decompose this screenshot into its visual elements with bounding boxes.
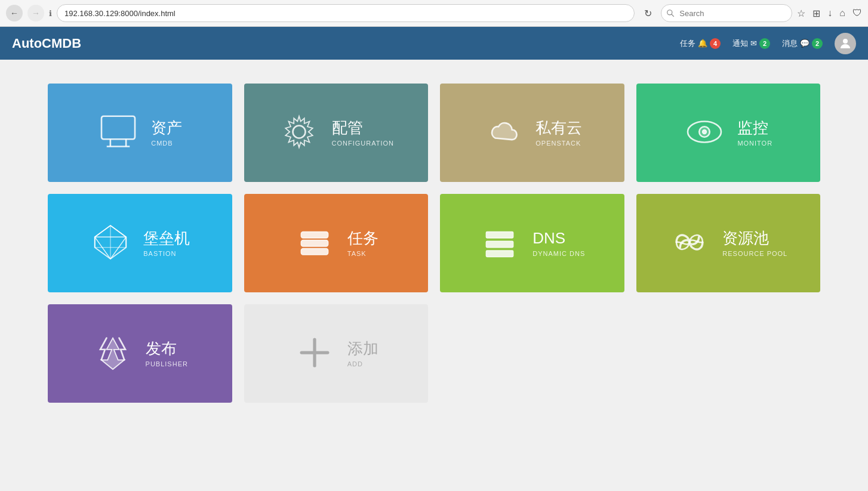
tile-text-monitor: 监控MONITOR (737, 119, 772, 147)
tile-title-config: 配管 (332, 119, 363, 137)
eye-icon (684, 111, 725, 155)
monitor-icon (97, 111, 139, 155)
svg-point-8 (703, 129, 707, 134)
info-icon: ℹ (49, 9, 52, 18)
mail-icon: ✉ (750, 39, 757, 48)
tile-text-config: 配管CONFIGURATION (332, 119, 394, 147)
tile-task[interactable]: 任务TASK (244, 194, 429, 292)
gear-icon (278, 111, 320, 155)
svg-line-13 (95, 237, 110, 259)
infinity-icon (669, 221, 710, 265)
tile-subtitle-monitor: MONITOR (737, 140, 772, 147)
tile-title-asset: 资产 (151, 119, 182, 137)
svg-rect-22 (486, 231, 513, 238)
tile-text-asset: 资产CMDB (151, 119, 182, 147)
tasks-badge: 4 (710, 38, 721, 49)
shield-icon[interactable]: 🛡 (852, 8, 862, 18)
app-logo: AutoCMDB (12, 36, 680, 51)
messages-badge: 2 (812, 38, 823, 49)
tile-subtitle-publisher: PUBLISHER (146, 360, 188, 368)
tile-title-add: 添加 (347, 339, 378, 358)
svg-rect-19 (301, 231, 328, 238)
messages-nav-item[interactable]: 消息 💬 2 (782, 38, 823, 49)
tile-subtitle-task: TASK (347, 250, 367, 257)
tile-private-cloud[interactable]: 私有云OPENSTACK (440, 84, 624, 182)
forward-button[interactable]: → (27, 5, 44, 21)
cloud-icon (482, 111, 524, 155)
bell-icon: 🔔 (698, 39, 707, 48)
reload-button[interactable]: ↻ (639, 5, 656, 21)
tile-subtitle-bastion: BASTION (143, 250, 176, 257)
back-button[interactable]: ← (6, 5, 23, 21)
main-content: 资产CMDB 配管CONFIGURATION 私有云OPENSTACK 监控MO… (0, 60, 868, 491)
app-header: AutoCMDB 任务 🔔 4 通知 ✉ 2 消息 💬 2 (0, 27, 868, 60)
svg-line-14 (110, 237, 126, 259)
address-bar[interactable] (57, 4, 635, 22)
svg-point-0 (843, 39, 848, 44)
tile-publisher[interactable]: 发布PUBLISHER (48, 304, 232, 403)
user-icon (838, 36, 852, 51)
notifications-label: 通知 (732, 38, 748, 49)
tile-subtitle-dns: DYNAMIC DNS (533, 250, 585, 257)
tasks-label: 任务 (680, 38, 695, 49)
tile-subtitle-asset: CMDB (151, 140, 173, 147)
plus-icon (294, 332, 335, 376)
tile-text-bastion: 堡垒机BASTION (143, 229, 190, 257)
svg-rect-23 (486, 241, 513, 248)
tile-resource-pool[interactable]: 资源池RESOURCE POOL (636, 194, 821, 292)
tile-bastion[interactable]: 堡垒机BASTION (48, 194, 232, 292)
tile-title-bastion: 堡垒机 (143, 229, 190, 248)
search-input[interactable] (661, 4, 792, 22)
svg-line-10 (95, 226, 110, 237)
tile-text-task: 任务TASK (347, 229, 378, 257)
tile-config[interactable]: 配管CONFIGURATION (244, 84, 429, 182)
tile-subtitle-add: ADD (347, 360, 363, 368)
tile-asset[interactable]: 资产CMDB (48, 84, 232, 182)
tile-subtitle-config: CONFIGURATION (332, 140, 394, 147)
svg-rect-24 (486, 251, 513, 257)
tile-title-private-cloud: 私有云 (535, 119, 582, 137)
browser-icons: ☆ ⊞ ↓ ⌂ 🛡 (797, 8, 862, 19)
tasks-nav-item[interactable]: 任务 🔔 4 (680, 38, 721, 49)
tile-text-dns: DNSDYNAMIC DNS (533, 229, 585, 257)
tile-monitor[interactable]: 监控MONITOR (636, 84, 821, 182)
tile-add[interactable]: 添加ADD (244, 304, 429, 403)
svg-rect-1 (101, 116, 135, 139)
tile-text-publisher: 发布PUBLISHER (146, 339, 188, 368)
gem-icon (90, 221, 131, 265)
browser-toolbar: ← → ℹ ↻ ☆ ⊞ ↓ ⌂ 🛡 (0, 0, 868, 26)
tile-dns[interactable]: DNSDYNAMIC DNS (440, 194, 624, 292)
recycle-icon (92, 332, 134, 376)
tile-subtitle-private-cloud: OPENSTACK (535, 140, 581, 147)
messages-label: 消息 (782, 38, 798, 49)
svg-rect-20 (301, 240, 328, 246)
tile-title-resource-pool: 资源池 (722, 229, 769, 248)
svg-rect-21 (301, 248, 328, 255)
database-icon (294, 221, 335, 265)
tile-text-add: 添加ADD (347, 339, 378, 368)
tile-title-dns: DNS (533, 229, 565, 248)
download-icon[interactable]: ↓ (827, 8, 832, 18)
svg-point-5 (293, 125, 305, 138)
tile-subtitle-resource-pool: RESOURCE POOL (722, 250, 787, 257)
svg-line-11 (110, 226, 126, 237)
tiles-grid: 资产CMDB 配管CONFIGURATION 私有云OPENSTACK 监控MO… (48, 84, 820, 403)
home-icon[interactable]: ⌂ (839, 8, 845, 18)
menu-icon[interactable]: ⊞ (812, 8, 820, 19)
notifications-nav-item[interactable]: 通知 ✉ 2 (732, 38, 770, 49)
dns-icon (479, 221, 521, 265)
bookmark-icon[interactable]: ☆ (797, 8, 805, 19)
tile-title-task: 任务 (347, 229, 378, 248)
tile-title-publisher: 发布 (146, 339, 177, 358)
avatar[interactable] (835, 33, 856, 54)
tile-title-monitor: 监控 (737, 119, 768, 137)
header-nav: 任务 🔔 4 通知 ✉ 2 消息 💬 2 (680, 33, 856, 54)
tile-text-resource-pool: 资源池RESOURCE POOL (722, 229, 787, 257)
comment-icon: 💬 (800, 39, 809, 48)
notifications-badge: 2 (759, 38, 770, 49)
browser-chrome: ← → ℹ ↻ ☆ ⊞ ↓ ⌂ 🛡 (0, 0, 868, 27)
tile-text-private-cloud: 私有云OPENSTACK (535, 119, 582, 147)
